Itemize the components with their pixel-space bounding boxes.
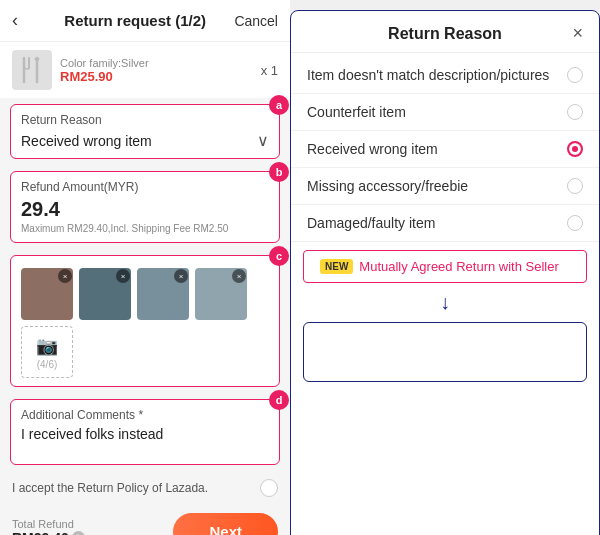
section-d-badge: d — [269, 390, 289, 410]
right-panel-header: Return Reason × — [291, 11, 599, 53]
reason-item-2[interactable]: Counterfeit item — [291, 94, 599, 131]
dropdown-arrow-icon: ∨ — [257, 131, 269, 150]
info-icon[interactable]: i — [72, 531, 85, 535]
reason-radio-5[interactable] — [567, 215, 583, 231]
return-reason-label: Return Reason — [21, 113, 269, 127]
photo-close-3[interactable]: × — [174, 269, 188, 283]
camera-icon: 📷 — [36, 335, 58, 357]
policy-row: I accept the Return Policy of Lazada. — [0, 471, 290, 505]
reason-list: Item doesn't match description/pictures … — [291, 53, 599, 246]
photo-thumb-3: × — [137, 268, 189, 320]
total-section: Total Refund RM29.40 i — [12, 518, 85, 536]
return-reason-value: Received wrong item — [21, 133, 152, 149]
comments-value[interactable]: I received folks instead — [21, 426, 269, 456]
policy-checkbox[interactable] — [260, 479, 278, 497]
reason-radio-3[interactable] — [567, 141, 583, 157]
right-panel-title: Return Reason — [331, 25, 559, 43]
total-info: RM29.40 i — [12, 530, 85, 536]
arrow-down-icon: ↓ — [440, 291, 450, 314]
photos-grid: × × × × 📷 (4/6) — [21, 268, 269, 378]
left-panel: ‹ Return request (1/2) Cancel Color fami… — [0, 0, 290, 535]
refund-amount-value: 29.4 — [21, 198, 269, 221]
reason-item-4[interactable]: Missing accessory/freebie — [291, 168, 599, 205]
reason-text-2: Counterfeit item — [307, 104, 406, 120]
product-image — [12, 50, 52, 90]
right-panel: Return Reason × Item doesn't match descr… — [290, 10, 600, 535]
mutually-agreed-text: Mutually Agreed Return with Seller — [359, 259, 558, 274]
header-title: Return request (1/2) — [64, 12, 206, 29]
next-button[interactable]: Next — [173, 513, 278, 535]
blue-box — [303, 322, 587, 382]
product-qty: x 1 — [261, 63, 278, 78]
photo-thumb-4: × — [195, 268, 247, 320]
return-reason-section: a Return Reason Received wrong item ∨ — [10, 104, 280, 159]
reason-item-1[interactable]: Item doesn't match description/pictures — [291, 57, 599, 94]
close-button[interactable]: × — [559, 23, 583, 44]
reason-radio-2[interactable] — [567, 104, 583, 120]
back-button[interactable]: ‹ — [12, 10, 36, 31]
arrow-down: ↓ — [291, 287, 599, 318]
product-price: RM25.90 — [60, 69, 253, 84]
total-label: Total Refund — [12, 518, 85, 530]
mutually-agreed-row[interactable]: NEW Mutually Agreed Return with Seller — [303, 250, 587, 283]
section-c-badge: c — [269, 246, 289, 266]
reason-text-4: Missing accessory/freebie — [307, 178, 468, 194]
photo-close-1[interactable]: × — [58, 269, 72, 283]
comments-label: Additional Comments * — [21, 408, 269, 422]
reason-text-3: Received wrong item — [307, 141, 438, 157]
photo-thumb-1: × — [21, 268, 73, 320]
comments-section: d Additional Comments * I received folks… — [10, 399, 280, 465]
photo-close-2[interactable]: × — [116, 269, 130, 283]
section-b-badge: b — [269, 162, 289, 182]
reason-radio-4[interactable] — [567, 178, 583, 194]
total-amount: RM29.40 — [12, 530, 69, 536]
photo-count: (4/6) — [37, 359, 58, 370]
photo-add-button[interactable]: 📷 (4/6) — [21, 326, 73, 378]
reason-radio-1[interactable] — [567, 67, 583, 83]
header: ‹ Return request (1/2) Cancel — [0, 0, 290, 42]
product-color: Color family:Silver — [60, 57, 253, 69]
reason-text-5: Damaged/faulty item — [307, 215, 435, 231]
refund-section: b Refund Amount(MYR) 29.4 Maximum RM29.4… — [10, 171, 280, 243]
product-row: Color family:Silver RM25.90 x 1 — [0, 42, 290, 98]
policy-text: I accept the Return Policy of Lazada. — [12, 481, 208, 495]
photos-section: c × × × × 📷 (4/6) — [10, 255, 280, 387]
section-a-badge: a — [269, 95, 289, 115]
refund-label: Refund Amount(MYR) — [21, 180, 269, 194]
cancel-button[interactable]: Cancel — [234, 13, 278, 29]
return-reason-dropdown[interactable]: Received wrong item ∨ — [21, 131, 269, 150]
reason-text-1: Item doesn't match description/pictures — [307, 67, 549, 83]
footer: Total Refund RM29.40 i Next — [0, 505, 290, 535]
new-badge: NEW — [320, 259, 353, 274]
photo-close-4[interactable]: × — [232, 269, 246, 283]
reason-item-3[interactable]: Received wrong item — [291, 131, 599, 168]
product-info: Color family:Silver RM25.90 — [60, 57, 253, 84]
photo-thumb-2: × — [79, 268, 131, 320]
reason-item-5[interactable]: Damaged/faulty item — [291, 205, 599, 242]
refund-hint: Maximum RM29.40,Incl. Shipping Fee RM2.5… — [21, 223, 269, 234]
